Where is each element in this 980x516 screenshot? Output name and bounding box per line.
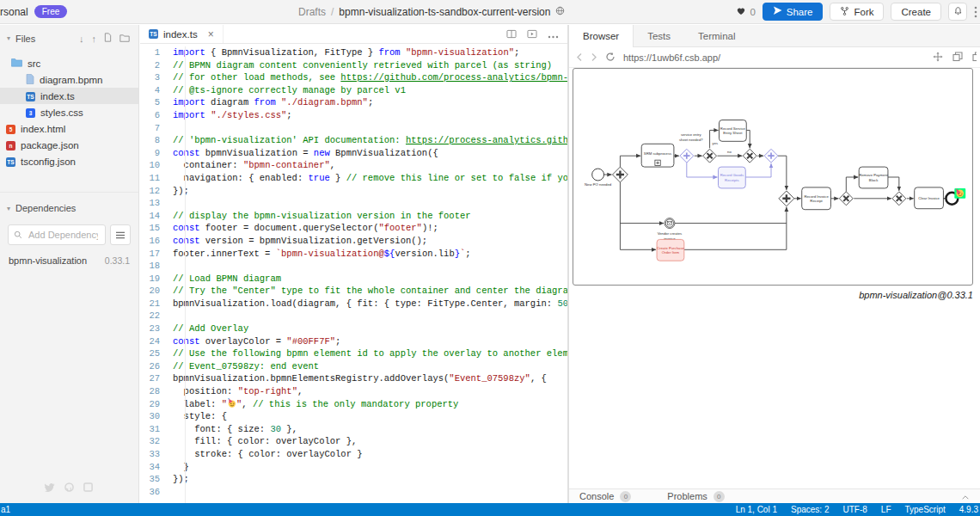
new-file-icon[interactable]	[104, 33, 112, 44]
npm-file-icon: n	[6, 139, 15, 150]
twitter-icon[interactable]	[45, 480, 55, 495]
open-in-new-window-icon[interactable]	[972, 50, 977, 65]
line-number: 9	[140, 147, 173, 160]
forward-icon[interactable]	[591, 50, 597, 65]
file-package.json[interactable]: npackage.json	[0, 137, 138, 153]
status-item[interactable]: TypeScript	[905, 505, 946, 514]
file-tsconfig.json[interactable]: TStsconfig.json	[0, 153, 138, 169]
status-item[interactable]: LF	[881, 505, 891, 514]
file-name: index.html	[21, 124, 65, 134]
notifications-bell-button[interactable]	[948, 3, 967, 21]
line-number: 10	[140, 159, 173, 172]
upload-icon[interactable]: ↑	[92, 34, 97, 44]
new-folder-icon[interactable]	[119, 34, 130, 44]
github-icon[interactable]	[64, 480, 74, 495]
code-editor: TS index.ts × 1import { BpmnVisualizatio…	[140, 25, 568, 503]
folder-file-icon	[11, 58, 22, 69]
file-styles.css[interactable]: 3styles.css	[0, 104, 138, 120]
bpmn-parallel-gateway-split[interactable]	[612, 167, 628, 182]
likes[interactable]: 0	[736, 6, 755, 17]
breadcrumb: Drafts / bpmn-visualization-ts-sandbox-c…	[298, 0, 565, 23]
bpmn-start-event-new-po-needed[interactable]: New PO needed	[585, 169, 612, 187]
typescript-file-icon: TS	[149, 29, 158, 39]
more-options-kebab-icon[interactable]	[974, 3, 980, 21]
more-actions-icon[interactable]	[548, 27, 559, 42]
bpmn-sequence-flow	[888, 177, 899, 191]
bpmn-gateway-x-4[interactable]	[892, 192, 906, 206]
create-button[interactable]: Create	[891, 3, 941, 21]
bpmn-task-remove-payment-block[interactable]: Remove PaymentBlock	[859, 167, 889, 188]
heart-icon[interactable]	[736, 6, 746, 17]
breadcrumb-title[interactable]: bpmn-visualization-ts-sandbox-current-ve…	[339, 6, 550, 18]
bpmn-task-srm-subprocess[interactable]: SRM subprocess	[641, 144, 674, 167]
preview-tab-tests[interactable]: Tests	[634, 25, 684, 47]
line-number: 18	[140, 260, 173, 273]
bpmn-task-record-invoice-receipt[interactable]: Record InvoiceReceipt	[802, 187, 831, 210]
line-number: 34	[140, 461, 173, 474]
bpmn-task-clear-invoice[interactable]: Clear Invoice	[915, 187, 944, 209]
bpmn-label: no	[727, 150, 732, 154]
status-item[interactable]: Spaces: 2	[791, 505, 829, 514]
share-button[interactable]: Share	[763, 3, 824, 21]
breadcrumb-folder[interactable]: Drafts	[298, 6, 326, 18]
bpmn-gateway-x-3[interactable]	[839, 192, 853, 206]
tab-index-ts[interactable]: TS index.ts ×	[140, 25, 224, 43]
workspace-area: rsonal Free	[0, 5, 67, 18]
back-icon[interactable]	[576, 50, 583, 65]
bpmn-diagram: New PO neededSRM subprocessRecord Servic…	[573, 69, 972, 285]
duplicate-window-icon[interactable]	[952, 50, 963, 65]
team-name[interactable]: rsonal	[0, 6, 28, 18]
url-text[interactable]: https://1uwb6f.csb.app/	[623, 52, 925, 63]
dependency-bpmn-visualization[interactable]: bpmn-visualization0.33.1	[0, 249, 138, 273]
code-area[interactable]: 1import { BpmnVisualization, FitType } f…	[140, 44, 567, 503]
bpmn-gateway-blue-2[interactable]	[764, 149, 778, 163]
bpmn-label: Order Item	[662, 250, 680, 255]
bpmn-task-record-service-entry-sheet[interactable]: Record ServiceEntry Sheet	[719, 120, 746, 142]
download-icon[interactable]: ↓	[79, 34, 84, 44]
files-header-label: Files	[15, 34, 35, 44]
files-panel-header[interactable]: ▾ Files ↓ ↑	[0, 25, 138, 48]
bpmn-gateway-service-sheet-needed[interactable]	[703, 149, 717, 163]
collapse-chevron-icon[interactable]: ▾	[7, 205, 10, 212]
bpmn-container[interactable]: New PO neededSRM subprocessRecord Servic…	[573, 68, 973, 286]
bpmn-task-create-purchase-order-item[interactable]: Create PurchaseOrder Item	[657, 239, 685, 261]
bpmn-overlay-party-face[interactable]	[954, 188, 965, 199]
open-preview-icon[interactable]	[527, 27, 537, 42]
refresh-icon[interactable]	[605, 50, 616, 65]
problems-tab[interactable]: Problems 0	[667, 491, 724, 502]
preview-tab-terminal[interactable]: Terminal	[684, 25, 749, 47]
codesandbox-icon[interactable]	[83, 480, 93, 495]
file-index.ts[interactable]: TSindex.ts	[0, 88, 138, 104]
bpmn-task-record-goods-receipts[interactable]: Record GoodsReceipts	[719, 167, 746, 188]
status-item[interactable]: 4.9.3	[959, 505, 978, 514]
expand-console-chevron-icon[interactable]	[961, 488, 970, 504]
line-number: 33	[140, 448, 173, 461]
dependency-version: 0.33.1	[105, 255, 130, 266]
file-src[interactable]: src	[0, 55, 138, 71]
add-dependency-field[interactable]	[8, 224, 106, 245]
header-actions: 0 Share Fork Create	[736, 0, 980, 23]
bpmn-gateway-join-sheet[interactable]	[743, 149, 756, 163]
bpmn-sequence-flow	[746, 130, 750, 148]
file-diagram.bpmn[interactable]: diagram.bpmn	[0, 71, 138, 88]
preview-tab-browser[interactable]: Browser	[569, 25, 634, 47]
fork-button[interactable]: Fork	[830, 3, 884, 21]
line-number: 19	[140, 273, 173, 286]
line-number: 27	[140, 372, 173, 385]
file-index.html[interactable]: 5index.html	[0, 120, 138, 137]
breadcrumb-separator: /	[331, 6, 334, 18]
bpmn-message-event-vendor-creates-invoice[interactable]: Vendor createsinvoice	[658, 218, 683, 241]
dependency-menu-button[interactable]	[110, 224, 131, 245]
add-dependency-input[interactable]	[27, 229, 100, 241]
status-item[interactable]: Ln 1, Col 1	[736, 505, 777, 514]
split-editor-icon[interactable]	[506, 27, 517, 42]
dependencies-panel-header[interactable]: ▾ Dependencies	[0, 192, 138, 218]
collapse-chevron-icon[interactable]: ▾	[7, 34, 10, 42]
status-item[interactable]: UTF-8	[842, 505, 867, 514]
pan-tool-icon[interactable]	[933, 50, 943, 65]
bpmn-gateway-blue-1[interactable]	[680, 149, 694, 163]
console-tab[interactable]: Console 0	[579, 491, 631, 502]
close-tab-icon[interactable]: ×	[208, 28, 214, 40]
bpmn-version-footer: bpmn-visualization@0.33.1	[573, 290, 973, 300]
bpmn-parallel-gateway-join[interactable]	[779, 191, 794, 206]
